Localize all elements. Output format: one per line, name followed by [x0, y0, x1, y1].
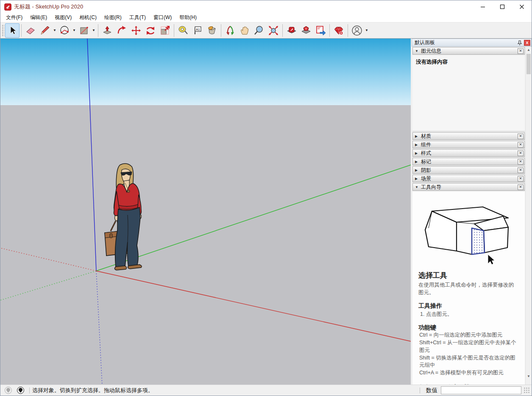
line-tool-button[interactable]: [38, 23, 52, 38]
pin-icon[interactable]: [517, 40, 523, 46]
extension-warehouse-button[interactable]: [331, 23, 346, 38]
scroll-up-icon[interactable]: ▲: [526, 47, 532, 53]
status-bar: 选择对象。切换到扩充选择。拖动鼠标选择多项。 数值: [0, 385, 532, 396]
move-icon: [131, 25, 142, 36]
3d-warehouse-button[interactable]: [284, 23, 299, 38]
toolbar-grip[interactable]: [1, 24, 4, 37]
rectangle-icon: [78, 25, 89, 36]
geolocation-status-icon[interactable]: [5, 387, 12, 394]
eraser-icon: [25, 25, 36, 36]
panel-scrollbar[interactable]: ▲ ▼: [525, 47, 532, 385]
section-scenes[interactable]: ▶ 场景 ✕: [412, 175, 525, 182]
close-section-icon[interactable]: ✕: [518, 184, 524, 190]
menu-draw[interactable]: 绘图(R): [100, 13, 125, 22]
section-entity-info[interactable]: ▼ 图元信息 ✕: [412, 47, 525, 55]
maximize-button[interactable]: [493, 0, 512, 13]
toolbar-separator: [329, 24, 330, 37]
rectangle-tool-button[interactable]: [77, 23, 91, 38]
close-section-icon[interactable]: ✕: [518, 151, 524, 156]
menu-view[interactable]: 视图(V): [51, 13, 75, 22]
scrollbar-thumb[interactable]: [526, 54, 531, 74]
share-model-button[interactable]: [299, 23, 313, 38]
svg-text:A1: A1: [196, 27, 200, 31]
arc-tool-dropdown[interactable]: ▼: [72, 23, 77, 38]
zoom-extents-tool-button[interactable]: [266, 23, 281, 38]
collapse-triangle-icon: ▼: [415, 49, 421, 53]
status-separator: [29, 388, 30, 393]
expand-triangle-icon: ▶: [415, 177, 421, 181]
no-selection-text: 没有选择内容: [416, 59, 521, 66]
select-tool-button[interactable]: [5, 23, 19, 38]
menu-tools[interactable]: 工具(T): [125, 13, 150, 22]
close-section-icon[interactable]: ✕: [518, 134, 524, 139]
instructor-title: 选择工具: [418, 271, 519, 280]
rotate-tool-button[interactable]: [143, 23, 158, 38]
move-tool-button[interactable]: [129, 23, 143, 38]
scroll-down-icon[interactable]: ▼: [526, 373, 532, 379]
menu-edit[interactable]: 编辑(E): [26, 13, 51, 22]
default-tray: 默认面板 x ▼ 图元信息 ✕ 没有选择内容: [412, 39, 532, 385]
model-viewport[interactable]: [0, 39, 411, 385]
follow-me-tool-button[interactable]: [114, 23, 129, 38]
expand-triangle-icon: ▶: [415, 134, 421, 138]
close-section-icon[interactable]: ✕: [518, 142, 524, 148]
minimize-button[interactable]: [473, 0, 493, 13]
scale-icon: [159, 25, 170, 36]
instructor-body: 选择工具 在使用其他工具或命令时，选择要修改的图元。 工具操作 1. 点击图元。…: [412, 192, 525, 385]
text-tool-button[interactable]: A1: [190, 23, 205, 38]
close-button[interactable]: [512, 0, 532, 13]
window-resize-grip[interactable]: [524, 388, 530, 393]
section-materials[interactable]: ▶ 材质 ✕: [412, 132, 525, 140]
close-section-icon[interactable]: ✕: [518, 48, 524, 54]
default-tray-header[interactable]: 默认面板 x: [412, 39, 532, 47]
measurements-input[interactable]: [441, 386, 521, 394]
modifier-line: Shift+Ctrl = 从一组选定的图元中去掉某个图元: [419, 339, 519, 354]
paint-bucket-tool-button[interactable]: [205, 23, 219, 38]
rotate-icon: [145, 25, 156, 36]
tape-measure-tool-button[interactable]: [176, 23, 190, 38]
toolbar-separator: [348, 24, 348, 37]
section-components[interactable]: ▶ 组件 ✕: [412, 141, 525, 148]
toolbar-separator: [98, 24, 98, 37]
modifier-line: Shift = 切换选择某个图元是否在选定的图元组中: [419, 354, 519, 370]
pan-tool-button[interactable]: [237, 23, 252, 38]
scale-tool-button[interactable]: [158, 23, 172, 38]
eraser-tool-button[interactable]: [23, 23, 38, 38]
toolbar-separator: [282, 24, 283, 37]
person-component[interactable]: [101, 162, 149, 273]
section-tags[interactable]: ▶ 标记 ✕: [412, 158, 525, 165]
close-section-icon[interactable]: ✕: [518, 167, 524, 173]
share-export-button[interactable]: [313, 23, 328, 38]
expand-triangle-icon: ▶: [415, 160, 421, 164]
account-dropdown[interactable]: ▼: [364, 23, 369, 38]
tape-measure-icon: [178, 25, 189, 36]
menu-help[interactable]: 帮助(H): [175, 13, 201, 22]
follow-me-icon: [116, 25, 127, 36]
arc-tool-button[interactable]: [57, 23, 72, 38]
menu-camera[interactable]: 相机(C): [75, 13, 100, 22]
share-model-icon: [301, 25, 312, 36]
close-section-icon[interactable]: ✕: [518, 159, 524, 165]
orbit-tool-button[interactable]: [223, 23, 237, 38]
expand-triangle-icon: ▶: [415, 143, 421, 147]
section-shadows[interactable]: ▶ 阴影 ✕: [412, 166, 525, 174]
push-pull-tool-button[interactable]: [100, 23, 114, 38]
share-export-icon: [315, 25, 326, 36]
menu-window[interactable]: 窗口(W): [150, 13, 175, 22]
menu-file[interactable]: 文件(F): [2, 13, 26, 22]
zoom-icon: [253, 25, 265, 36]
close-tray-button[interactable]: x: [524, 40, 530, 46]
modifier-line: Ctrl+A = 选择模型中所有可见的图元: [419, 369, 519, 377]
claim-credits-icon[interactable]: [17, 387, 24, 394]
orbit-icon: [225, 25, 236, 36]
menu-bar: 文件(F) 编辑(E) 视图(V) 相机(C) 绘图(R) 工具(T) 窗口(W…: [0, 13, 532, 22]
push-pull-icon: [102, 25, 113, 36]
section-styles[interactable]: ▶ 样式 ✕: [412, 149, 525, 157]
account-button[interactable]: [350, 23, 364, 38]
section-instructor[interactable]: ▼ 工具向导 ✕: [412, 183, 525, 191]
rectangle-tool-dropdown[interactable]: ▼: [91, 23, 96, 38]
zoom-tool-button[interactable]: [252, 23, 266, 38]
measurements-label: 数值: [426, 387, 437, 394]
close-section-icon[interactable]: ✕: [518, 176, 524, 181]
line-tool-dropdown[interactable]: ▼: [52, 23, 57, 38]
